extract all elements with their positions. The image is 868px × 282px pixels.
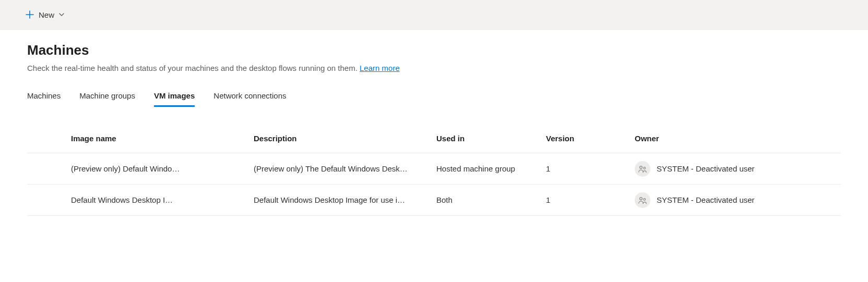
table-row[interactable]: Default Windows Desktop I… Default Windo… [27, 185, 841, 216]
cell-used-in: Hosted machine group [436, 164, 546, 173]
plus-icon [25, 10, 34, 19]
col-image-name[interactable]: Image name [71, 134, 254, 143]
svg-point-1 [644, 167, 646, 169]
table-header-row: Image name Description Used in Version O… [27, 124, 841, 153]
avatar [635, 192, 650, 208]
command-bar: New [0, 0, 868, 30]
tab-vm-images[interactable]: VM images [154, 87, 195, 107]
content-area: Machines Check the real-time health and … [0, 30, 868, 226]
vm-images-table: Image name Description Used in Version O… [27, 124, 841, 216]
tabs-container: Machines Machine groups VM images Networ… [27, 87, 841, 107]
svg-point-0 [640, 166, 643, 168]
new-button-label: New [39, 10, 54, 19]
col-version[interactable]: Version [546, 134, 635, 143]
page-title: Machines [27, 42, 841, 58]
cell-description: Default Windows Desktop Image for use i… [254, 195, 436, 204]
avatar [635, 161, 650, 177]
table-row[interactable]: (Preview only) Default Windo… (Preview o… [27, 153, 841, 185]
owner-text: SYSTEM - Deactivated user [657, 164, 755, 173]
cell-owner: SYSTEM - Deactivated user [635, 161, 791, 177]
col-owner[interactable]: Owner [635, 134, 791, 143]
subtitle-text: Check the real-time health and status of… [27, 64, 360, 72]
col-description[interactable]: Description [254, 134, 436, 143]
svg-point-3 [644, 198, 646, 200]
owner-text: SYSTEM - Deactivated user [657, 195, 755, 204]
cell-used-in: Both [436, 195, 546, 204]
tab-machine-groups[interactable]: Machine groups [79, 87, 135, 107]
learn-more-link[interactable]: Learn more [360, 64, 400, 72]
svg-point-2 [640, 197, 643, 200]
tab-network-connections[interactable]: Network connections [213, 87, 286, 107]
cell-description: (Preview only) The Default Windows Desk… [254, 164, 436, 173]
cell-version: 1 [546, 164, 635, 173]
cell-image-name: (Preview only) Default Windo… [71, 164, 254, 173]
cell-owner: SYSTEM - Deactivated user [635, 192, 791, 208]
page-subtitle: Check the real-time health and status of… [27, 64, 841, 72]
col-used-in[interactable]: Used in [436, 134, 546, 143]
cell-version: 1 [546, 195, 635, 204]
cell-image-name: Default Windows Desktop I… [71, 195, 254, 204]
new-button[interactable]: New [21, 7, 69, 22]
tab-machines[interactable]: Machines [27, 87, 61, 107]
chevron-down-icon [58, 11, 65, 18]
